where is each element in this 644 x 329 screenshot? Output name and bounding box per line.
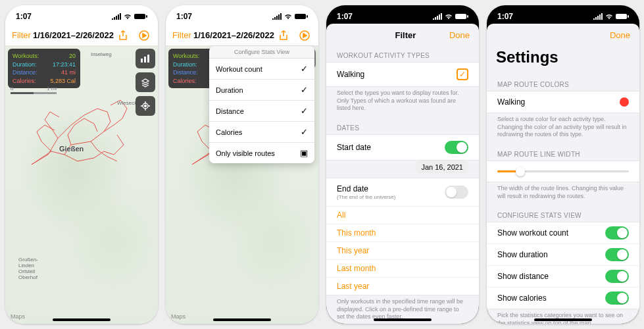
section-route-colors: Map route colors <box>487 73 639 91</box>
toggle-start-date[interactable] <box>445 141 468 154</box>
cell-end-date[interactable]: End date(The end of the universe) <box>326 178 479 207</box>
color-dot-icon[interactable] <box>620 97 629 107</box>
svg-rect-5 <box>147 55 149 63</box>
cell-walking-color[interactable]: Walking <box>487 91 639 113</box>
cell-show-distance[interactable]: Show distance <box>487 266 639 288</box>
home-indicator <box>53 318 111 321</box>
status-bar: 1:07 <box>487 5 639 25</box>
section-line-width: Map route line width <box>487 143 639 161</box>
svg-rect-14 <box>455 14 466 19</box>
share-icon[interactable] <box>276 28 291 43</box>
settings-title: Settings <box>487 44 639 73</box>
toggle[interactable] <box>605 248 629 261</box>
home-indicator <box>213 318 271 321</box>
screenshot-map: 1:07 Filter 1/16/2021–2/26/2022 <box>5 5 158 324</box>
share-icon[interactable] <box>116 28 130 43</box>
toggle[interactable] <box>605 270 629 283</box>
section-footer: Pick the statistics categories you want … <box>487 309 639 324</box>
checkbox-icon[interactable]: ✓ <box>457 68 468 80</box>
preset-this-year[interactable]: This year <box>326 242 479 260</box>
screenshot-filter: 1:07 Filter Done Workout activity types … <box>326 5 479 324</box>
map-view[interactable]: Gießen Inselweg Wieseck Großen- Linden O… <box>5 46 158 324</box>
svg-rect-16 <box>616 14 627 19</box>
popover-header: Configure Stats View <box>209 46 314 59</box>
cell-walking-type[interactable]: Walking ✓ <box>326 63 479 86</box>
status-time: 1:07 <box>337 12 353 21</box>
start-date-picker[interactable]: Jan 16, 2021 <box>416 161 468 174</box>
popover-row-visible-routes[interactable]: Only visible routes▣ <box>209 143 314 163</box>
status-icons <box>593 13 629 20</box>
battery-icon <box>134 13 147 20</box>
stats-box[interactable]: Workouts:20 Duration:17:23:41 Distance:4… <box>8 49 80 88</box>
svg-rect-8 <box>295 14 306 19</box>
popover-row-calories[interactable]: Calories✓ <box>209 122 314 143</box>
sheet-title: Filter <box>395 30 416 40</box>
cell-show-calories[interactable]: Show calories <box>487 288 639 309</box>
wifi-icon <box>444 13 453 20</box>
toggle[interactable] <box>605 291 629 305</box>
layers-tool-icon[interactable] <box>136 72 155 92</box>
section-activity-types: Workout activity types <box>326 44 479 62</box>
filter-sheet: Filter Done Workout activity types Walki… <box>326 24 479 324</box>
play-icon[interactable] <box>137 28 151 43</box>
cell-label: Show duration <box>497 250 548 259</box>
cell-show-workout-count[interactable]: Show workout count <box>487 222 639 244</box>
toggle[interactable] <box>605 226 629 240</box>
section-stats-view: Configure stats view <box>487 204 639 222</box>
status-icons <box>272 13 308 20</box>
preset-this-month[interactable]: This month <box>326 224 479 242</box>
svg-rect-1 <box>146 15 147 18</box>
settings-sheet: Done Settings Map route colors Walking S… <box>487 24 639 324</box>
cell-start-date[interactable]: Start date <box>326 135 479 160</box>
wifi-icon <box>284 13 293 20</box>
preset-last-year[interactable]: Last year <box>326 278 479 295</box>
cell-label: Show workout count <box>497 228 568 238</box>
done-button[interactable]: Done <box>610 30 630 40</box>
sheet-nav: Done <box>487 24 639 44</box>
popover-row-workout-count[interactable]: Workout count✓ <box>209 59 314 80</box>
sheet-nav: Filter Done <box>326 24 479 44</box>
battery-icon <box>616 13 629 20</box>
filter-button[interactable]: Filter <box>172 30 191 40</box>
signal-icon <box>433 13 442 20</box>
battery-icon <box>455 13 468 20</box>
maps-credit: Maps <box>11 313 25 320</box>
popover-row-duration[interactable]: Duration✓ <box>209 80 314 101</box>
status-bar: 1:07 <box>166 5 318 25</box>
svg-rect-9 <box>307 15 308 18</box>
svg-rect-15 <box>467 15 468 18</box>
popover-row-distance[interactable]: Distance✓ <box>209 101 314 122</box>
stats-tool-icon[interactable] <box>136 49 155 68</box>
map-tools <box>136 49 155 116</box>
status-bar: 1:07 <box>326 5 479 25</box>
svg-rect-17 <box>628 15 629 18</box>
play-icon[interactable] <box>297 28 312 43</box>
home-indicator <box>534 318 592 321</box>
toggle-end-date[interactable] <box>445 186 468 199</box>
date-range-title[interactable]: 1/16/2021–2/26/2022 <box>193 30 274 40</box>
status-icons <box>112 13 147 20</box>
cell-label: Start date <box>337 143 371 152</box>
cell-label: Walking <box>337 70 364 79</box>
stats-popover: Configure Stats View Workout count✓ Dura… <box>209 46 314 163</box>
date-range-title[interactable]: 1/16/2021–2/26/2022 <box>33 30 114 40</box>
battery-icon <box>295 13 308 20</box>
map-label-town3: Großen- Linden Ortsteil Oberhof <box>18 257 38 280</box>
wifi-icon <box>605 13 614 20</box>
status-icons <box>433 13 468 20</box>
preset-last-month[interactable]: Last month <box>326 260 479 278</box>
preset-all[interactable]: All <box>326 207 479 224</box>
signal-icon <box>272 13 282 20</box>
done-button[interactable]: Done <box>449 30 470 40</box>
filter-button[interactable]: Filter <box>12 30 31 40</box>
screenshot-map-popover: 1:07 Filter 1/16/2021–2/26/2022 Gießen M… <box>166 5 318 324</box>
maps-credit: Maps <box>171 313 186 320</box>
locate-tool-icon[interactable] <box>136 96 155 116</box>
svg-rect-3 <box>141 59 143 63</box>
line-width-slider[interactable] <box>497 170 629 172</box>
status-time: 1:07 <box>16 12 32 21</box>
cell-label: Walking <box>497 97 525 107</box>
map-label-city: Gießen <box>59 145 84 153</box>
svg-point-7 <box>145 105 147 107</box>
cell-show-duration[interactable]: Show duration <box>487 244 639 266</box>
